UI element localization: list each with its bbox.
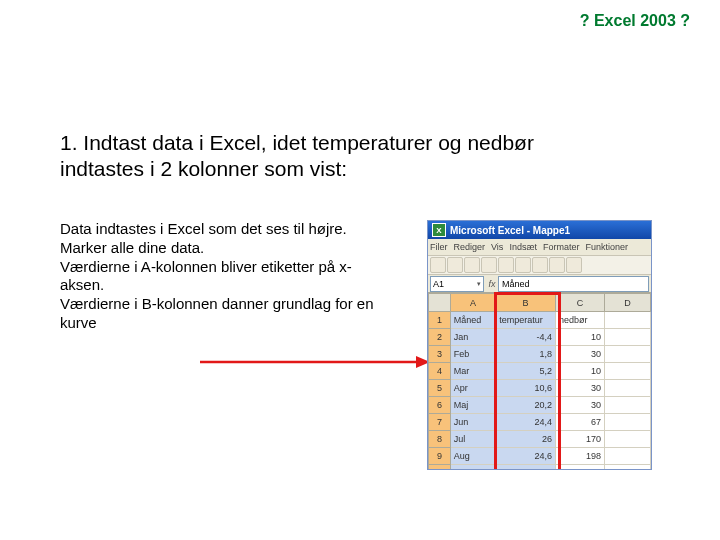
menu-item[interactable]: Funktioner — [585, 242, 628, 252]
cell[interactable]: Feb — [450, 346, 495, 363]
cell[interactable]: 170 — [555, 431, 604, 448]
excel-grid: ABCD1Månedtemperaturnedbør2Jan-4,4103Feb… — [428, 293, 651, 470]
cell[interactable]: 19,6 — [496, 465, 556, 471]
cell[interactable] — [605, 380, 651, 397]
cell[interactable] — [605, 312, 651, 329]
cell[interactable]: temperatur — [496, 312, 556, 329]
cell[interactable]: -4,4 — [496, 329, 556, 346]
menu-item[interactable]: Rediger — [454, 242, 486, 252]
body-line: Værdierne i B-kolonnen danner grundlag f… — [60, 295, 374, 331]
cell[interactable] — [605, 363, 651, 380]
excel-menubar: FilerRedigerVisIndsætFormaterFunktioner — [428, 239, 651, 256]
formula-value: Måned — [502, 279, 530, 289]
excel-titlebar: X Microsoft Excel - Mappe1 — [428, 221, 651, 239]
excel-toolbar — [428, 256, 651, 275]
row-header[interactable]: 7 — [429, 414, 451, 431]
row-header[interactable]: 5 — [429, 380, 451, 397]
cell[interactable]: 5,2 — [496, 363, 556, 380]
menu-item[interactable]: Indsæt — [509, 242, 537, 252]
body-line: Marker alle dine data. — [60, 239, 204, 256]
cell[interactable]: 30 — [555, 346, 604, 363]
excel-name-box[interactable]: A1 ▾ — [430, 276, 484, 292]
cell[interactable]: Sep — [450, 465, 495, 471]
column-header[interactable]: C — [555, 294, 604, 312]
cell[interactable]: 50 — [555, 465, 604, 471]
cell[interactable] — [605, 397, 651, 414]
toolbar-button[interactable] — [549, 257, 565, 273]
excel-table[interactable]: ABCD1Månedtemperaturnedbør2Jan-4,4103Feb… — [428, 293, 651, 470]
cell[interactable]: Jul — [450, 431, 495, 448]
cell[interactable]: Jan — [450, 329, 495, 346]
toolbar-button[interactable] — [481, 257, 497, 273]
cell[interactable]: nedbør — [555, 312, 604, 329]
toolbar-button[interactable] — [515, 257, 531, 273]
cell[interactable]: 30 — [555, 380, 604, 397]
cell[interactable]: 30 — [555, 397, 604, 414]
cell[interactable]: 24,4 — [496, 414, 556, 431]
menu-item[interactable]: Formater — [543, 242, 580, 252]
row-header[interactable]: 1 — [429, 312, 451, 329]
row-header[interactable]: 10 — [429, 465, 451, 471]
cell[interactable] — [605, 414, 651, 431]
cell[interactable]: 10,6 — [496, 380, 556, 397]
cell[interactable]: Aug — [450, 448, 495, 465]
toolbar-button[interactable] — [464, 257, 480, 273]
cell[interactable]: Måned — [450, 312, 495, 329]
select-all-corner[interactable] — [429, 294, 451, 312]
name-box-value: A1 — [433, 279, 444, 289]
menu-item[interactable]: Vis — [491, 242, 503, 252]
cell[interactable]: 198 — [555, 448, 604, 465]
row-header[interactable]: 3 — [429, 346, 451, 363]
toolbar-button[interactable] — [430, 257, 446, 273]
toolbar-button[interactable] — [498, 257, 514, 273]
cell[interactable]: 67 — [555, 414, 604, 431]
toolbar-button[interactable] — [447, 257, 463, 273]
cell[interactable]: Maj — [450, 397, 495, 414]
row-header[interactable]: 4 — [429, 363, 451, 380]
body-line: Data indtastes i Excel som det ses til h… — [60, 220, 347, 237]
step-body: Data indtastes i Excel som det ses til h… — [60, 220, 380, 333]
cell[interactable]: 10 — [555, 363, 604, 380]
toolbar-button[interactable] — [566, 257, 582, 273]
row-header[interactable]: 6 — [429, 397, 451, 414]
cell[interactable]: Mar — [450, 363, 495, 380]
step-heading: 1. Indtast data i Excel, idet temperatur… — [60, 130, 590, 183]
cell[interactable] — [605, 329, 651, 346]
excel-title: Microsoft Excel - Mappe1 — [450, 225, 570, 236]
row-header[interactable]: 2 — [429, 329, 451, 346]
excel-window: X Microsoft Excel - Mappe1 FilerRedigerV… — [427, 220, 652, 470]
column-header[interactable]: B — [496, 294, 556, 312]
toolbar-button[interactable] — [532, 257, 548, 273]
page-top-link[interactable]: ? Excel 2003 ? — [580, 12, 690, 30]
formula-input[interactable]: Måned — [498, 276, 649, 292]
excel-logo-icon: X — [432, 223, 446, 237]
cell[interactable] — [605, 465, 651, 471]
column-header[interactable]: A — [450, 294, 495, 312]
cell[interactable] — [605, 431, 651, 448]
menu-item[interactable]: Filer — [430, 242, 448, 252]
cell[interactable]: 24,6 — [496, 448, 556, 465]
body-line: Værdierne i A-kolonnen bliver etiketter … — [60, 258, 352, 294]
fx-icon[interactable]: fx — [486, 279, 498, 289]
excel-formula-bar: A1 ▾ fx Måned — [428, 275, 651, 293]
cell[interactable]: Apr — [450, 380, 495, 397]
dropdown-icon: ▾ — [477, 280, 481, 288]
annotation-arrow — [200, 355, 430, 369]
cell[interactable] — [605, 346, 651, 363]
cell[interactable]: 1,8 — [496, 346, 556, 363]
cell[interactable] — [605, 448, 651, 465]
cell[interactable]: 26 — [496, 431, 556, 448]
column-header[interactable]: D — [605, 294, 651, 312]
cell[interactable]: 10 — [555, 329, 604, 346]
row-header[interactable]: 9 — [429, 448, 451, 465]
cell[interactable]: Jun — [450, 414, 495, 431]
cell[interactable]: 20,2 — [496, 397, 556, 414]
row-header[interactable]: 8 — [429, 431, 451, 448]
